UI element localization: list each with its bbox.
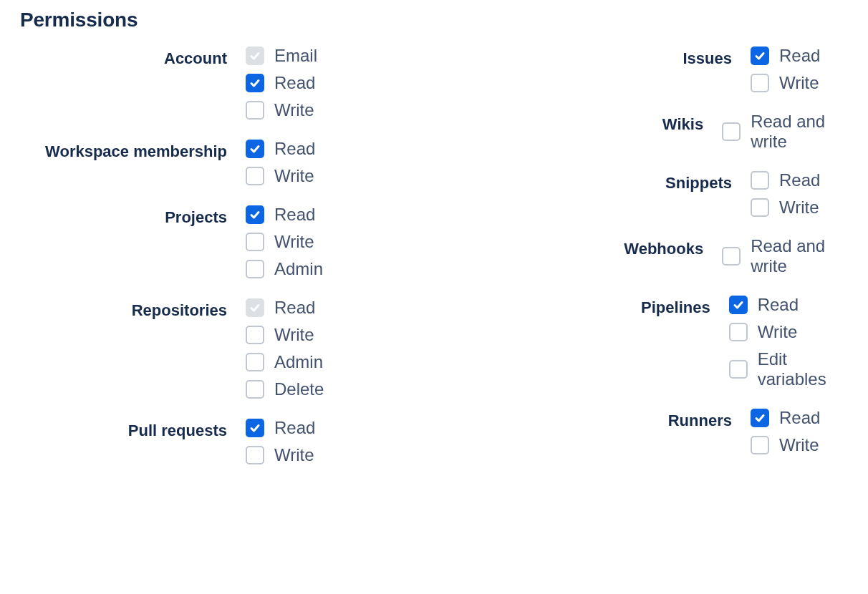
checkbox-pull-requests-read[interactable] xyxy=(246,419,264,437)
perm-option-label-runners-read: Read xyxy=(779,408,820,428)
perm-options-wikis: Read and write xyxy=(722,112,848,152)
checkbox-pull-requests-write[interactable] xyxy=(246,446,264,464)
perm-options-runners: ReadWrite xyxy=(751,408,820,455)
perm-option-label-snippets-write: Write xyxy=(779,198,819,218)
perm-option-label-repositories-read: Read xyxy=(274,298,315,318)
perm-option-label-pull-requests-write: Write xyxy=(274,445,314,465)
checkbox-issues-write[interactable] xyxy=(751,74,769,92)
perm-group-label-runners: Runners xyxy=(507,408,751,431)
perm-option-workspace-membership-write: Write xyxy=(246,166,315,186)
perm-option-wikis-read-and-write: Read and write xyxy=(722,112,848,152)
perm-option-repositories-read: Read xyxy=(246,298,324,318)
checkbox-snippets-write[interactable] xyxy=(751,198,769,217)
perm-option-workspace-membership-read: Read xyxy=(246,139,315,159)
checkbox-snippets-read[interactable] xyxy=(751,171,769,190)
perm-group-label-pull-requests: Pull requests xyxy=(20,418,246,441)
checkbox-workspace-membership-write[interactable] xyxy=(246,167,264,185)
perm-option-label-pipelines-write: Write xyxy=(758,322,798,342)
perm-options-webhooks: Read and write xyxy=(722,236,848,276)
perm-option-pipelines-write: Write xyxy=(729,322,848,342)
perm-group-snippets: SnippetsReadWrite xyxy=(507,170,848,218)
perm-option-label-issues-write: Write xyxy=(779,73,819,93)
perm-option-label-webhooks-read-and-write: Read and write xyxy=(751,236,848,276)
perm-option-label-wikis-read-and-write: Read and write xyxy=(751,112,848,152)
perm-option-projects-write: Write xyxy=(246,232,323,252)
checkbox-account-email xyxy=(246,47,264,65)
perm-group-projects: ProjectsReadWriteAdmin xyxy=(20,205,349,279)
perm-option-issues-write: Write xyxy=(751,73,820,93)
perm-group-pull-requests: Pull requestsReadWrite xyxy=(20,418,349,465)
perm-option-webhooks-read-and-write: Read and write xyxy=(722,236,848,276)
perm-group-label-pipelines: Pipelines xyxy=(507,295,729,318)
checkbox-workspace-membership-read[interactable] xyxy=(246,140,264,158)
checkbox-webhooks-read-and-write[interactable] xyxy=(722,247,741,266)
perm-options-projects: ReadWriteAdmin xyxy=(246,205,323,279)
perm-option-repositories-admin: Admin xyxy=(246,352,324,372)
perm-group-issues: IssuesReadWrite xyxy=(507,46,848,93)
perm-option-label-issues-read: Read xyxy=(779,46,820,66)
perm-option-account-read: Read xyxy=(246,73,317,93)
perm-option-pipelines-edit-variables: Edit variables xyxy=(729,349,848,389)
checkbox-pipelines-write[interactable] xyxy=(729,323,748,341)
permissions-column-left: AccountEmailReadWriteWorkspace membershi… xyxy=(20,46,349,484)
checkbox-runners-write[interactable] xyxy=(751,436,769,454)
checkbox-repositories-admin[interactable] xyxy=(246,353,264,371)
perm-group-workspace-membership: Workspace membershipReadWrite xyxy=(20,139,349,186)
perm-option-label-repositories-write: Write xyxy=(274,325,314,345)
checkbox-wikis-read-and-write[interactable] xyxy=(722,122,741,141)
permissions-column-right: IssuesReadWriteWikisRead and writeSnippe… xyxy=(507,46,848,484)
perm-group-label-webhooks: Webhooks xyxy=(507,236,722,259)
perm-option-label-repositories-delete: Delete xyxy=(274,379,324,399)
perm-option-account-write: Write xyxy=(246,100,317,120)
perm-option-repositories-write: Write xyxy=(246,325,324,345)
perm-option-label-pipelines-edit-variables: Edit variables xyxy=(758,349,848,389)
checkbox-issues-read[interactable] xyxy=(751,47,769,65)
perm-group-label-wikis: Wikis xyxy=(507,112,722,135)
perm-option-label-pull-requests-read: Read xyxy=(274,418,315,438)
perm-group-label-workspace-membership: Workspace membership xyxy=(20,139,246,162)
checkbox-runners-read[interactable] xyxy=(751,409,769,427)
checkbox-projects-write[interactable] xyxy=(246,233,264,251)
perm-option-label-projects-admin: Admin xyxy=(274,259,323,279)
perm-options-pipelines: ReadWriteEdit variables xyxy=(729,295,848,389)
perm-option-pull-requests-write: Write xyxy=(246,445,315,465)
perm-option-snippets-write: Write xyxy=(751,198,820,218)
page-title: Permissions xyxy=(20,9,848,31)
perm-options-account: EmailReadWrite xyxy=(246,46,317,120)
perm-group-repositories: RepositoriesReadWriteAdminDelete xyxy=(20,298,349,399)
perm-option-projects-admin: Admin xyxy=(246,259,323,279)
perm-option-label-snippets-read: Read xyxy=(779,170,820,190)
checkbox-repositories-delete[interactable] xyxy=(246,380,264,399)
perm-group-webhooks: WebhooksRead and write xyxy=(507,236,848,276)
perm-options-repositories: ReadWriteAdminDelete xyxy=(246,298,324,399)
checkbox-pipelines-read[interactable] xyxy=(729,296,748,314)
perm-group-pipelines: PipelinesReadWriteEdit variables xyxy=(507,295,848,389)
perm-group-runners: RunnersReadWrite xyxy=(507,408,848,455)
perm-options-pull-requests: ReadWrite xyxy=(246,418,315,465)
perm-option-label-account-write: Write xyxy=(274,100,314,120)
checkbox-account-read[interactable] xyxy=(246,74,264,92)
checkbox-projects-read[interactable] xyxy=(246,205,264,224)
perm-group-label-snippets: Snippets xyxy=(507,170,751,193)
perm-option-runners-write: Write xyxy=(751,435,820,455)
perm-options-issues: ReadWrite xyxy=(751,46,820,93)
perm-option-projects-read: Read xyxy=(246,205,323,225)
perm-option-label-workspace-membership-read: Read xyxy=(274,139,315,159)
perm-group-wikis: WikisRead and write xyxy=(507,112,848,152)
perm-group-label-issues: Issues xyxy=(507,46,751,69)
perm-group-label-projects: Projects xyxy=(20,205,246,228)
perm-option-label-projects-read: Read xyxy=(274,205,315,225)
perm-option-runners-read: Read xyxy=(751,408,820,428)
perm-group-account: AccountEmailReadWrite xyxy=(20,46,349,120)
perm-group-label-repositories: Repositories xyxy=(20,298,246,321)
perm-option-label-account-email: Email xyxy=(274,46,317,66)
perm-options-snippets: ReadWrite xyxy=(751,170,820,218)
permissions-columns: AccountEmailReadWriteWorkspace membershi… xyxy=(20,46,848,484)
checkbox-account-write[interactable] xyxy=(246,101,264,120)
perm-option-label-workspace-membership-write: Write xyxy=(274,166,314,186)
perm-option-label-account-read: Read xyxy=(274,73,315,93)
checkbox-repositories-read xyxy=(246,298,264,317)
checkbox-pipelines-edit-variables[interactable] xyxy=(729,360,748,379)
checkbox-repositories-write[interactable] xyxy=(246,326,264,344)
checkbox-projects-admin[interactable] xyxy=(246,260,264,278)
